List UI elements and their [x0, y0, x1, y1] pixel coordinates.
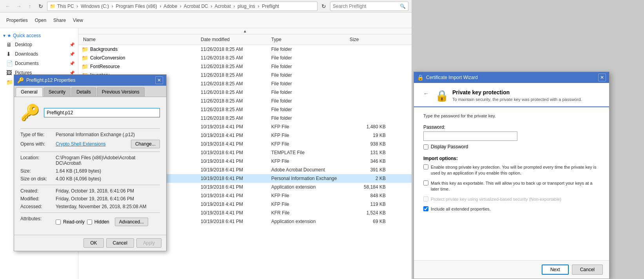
up-button[interactable]: ↑ — [25, 2, 34, 11]
address-part: 📁 — [50, 4, 56, 9]
file-name: FontResource — [90, 64, 120, 69]
import-option-3-text: Include all extended properties. — [431, 206, 600, 212]
file-modified: 10/19/2018 4:41 PM — [199, 132, 270, 139]
col-header-name[interactable]: Name — [82, 36, 199, 43]
filename-input[interactable] — [44, 108, 160, 117]
file-type: File folder — [270, 46, 348, 53]
col-header-type[interactable]: Type — [270, 36, 348, 43]
file-row[interactable]: 📁 ColorConversion 11/26/2018 8:25 AM Fil… — [78, 54, 412, 62]
next-button[interactable]: Next — [542, 265, 569, 275]
back-button[interactable]: ← — [3, 2, 13, 11]
file-row[interactable]: 📁 FontResource 11/26/2018 8:25 AM File f… — [78, 62, 412, 71]
cert-password-input[interactable] — [423, 131, 517, 141]
pictures-icon: 🖼 — [6, 70, 13, 76]
sidebar-item-label: Desktop — [15, 42, 32, 47]
hidden-checkbox[interactable] — [87, 220, 92, 225]
sidebar-item-label: Documents — [15, 61, 39, 66]
type-value: Personal Information Exchange (.p12) — [56, 132, 160, 137]
cert-footer: Next Cancel — [414, 260, 609, 279]
toolbar-share-button[interactable]: Share — [50, 16, 69, 25]
pin-icon: 📌 — [69, 61, 75, 66]
file-size — [348, 92, 387, 93]
hidden-label: Hidden — [94, 219, 109, 225]
advanced-button[interactable]: Advanced... — [115, 218, 148, 226]
file-modified: 11/26/2018 8:25 AM — [199, 80, 270, 87]
cert-header: ← 🔒 Private key protection To maintain s… — [414, 83, 609, 107]
import-option-1-checkbox[interactable] — [423, 180, 428, 185]
cert-back-button[interactable]: ← — [422, 89, 430, 98]
tab-previous-versions[interactable]: Previous Versions — [97, 87, 145, 97]
chevron-down-icon: ▾ — [3, 33, 5, 38]
col-header-size[interactable]: Size — [348, 36, 387, 43]
cert-close-button[interactable]: ✕ — [598, 74, 606, 81]
opens-with-app[interactable]: Crypto Shell Extensions — [56, 141, 128, 147]
file-row[interactable]: 📁 Backgrounds 11/26/2018 8:25 AM File fo… — [78, 45, 412, 54]
cert-header-text: Private key protection To maintain secur… — [452, 89, 582, 102]
attributes-label: Attributes: — [20, 216, 56, 221]
column-headers: Name Date modified Type Size — [78, 34, 412, 45]
file-size: 2 KB — [348, 175, 387, 182]
cert-header-icon: 🔒 — [435, 89, 448, 102]
tab-details[interactable]: Details — [71, 87, 96, 97]
sidebar-quick-access[interactable]: ▾ ★ Quick access — [0, 31, 78, 40]
cert-title-bar: 🔒 Certificate Import Wizard ✕ — [414, 72, 609, 83]
file-modified: 10/19/2018 6:41 PM — [199, 166, 270, 173]
toolbar-view-button[interactable]: View — [70, 16, 86, 25]
file-type: File folder — [270, 80, 348, 87]
properties-icon: 🔑 — [17, 77, 24, 83]
address-bar[interactable]: 📁 This PC › Windows (C:) › Program Files… — [47, 2, 317, 11]
forward-button[interactable]: → — [14, 2, 24, 11]
folder-icon: 📁 — [6, 79, 13, 85]
sidebar-item-downloads[interactable]: ⬇ Downloads 📌 — [0, 49, 78, 59]
desktop-icon: 🖥 — [6, 41, 13, 48]
file-modified: 10/19/2018 6:41 PM — [199, 149, 270, 156]
col-header-modified[interactable]: Date modified — [199, 36, 270, 43]
file-modified: 11/26/2018 8:25 AM — [199, 46, 270, 53]
readonly-checkbox[interactable] — [56, 220, 61, 225]
import-option-3-checkbox[interactable] — [423, 206, 428, 211]
cert-cancel-button[interactable]: Cancel — [572, 265, 603, 275]
properties-close-button[interactable]: ✕ — [155, 76, 163, 84]
properties-footer: OK Cancel Apply — [14, 235, 166, 251]
cancel-button[interactable]: Cancel — [106, 238, 134, 248]
file-size — [348, 74, 387, 76]
search-input[interactable] — [333, 4, 398, 9]
file-size: 938 KB — [348, 140, 387, 148]
ok-button[interactable]: OK — [83, 238, 103, 248]
properties-dialog: 🔑 Preflight.p12 Properties ✕ General Sec… — [14, 74, 167, 251]
file-type: TEMPLATE File — [270, 149, 348, 156]
change-button[interactable]: Change... — [131, 140, 160, 148]
quick-access-label: Quick access — [13, 33, 41, 38]
address-refresh-button[interactable]: ↻ — [319, 2, 328, 11]
import-option-2-checkbox[interactable] — [423, 196, 428, 202]
file-modified: 11/26/2018 8:25 AM — [199, 115, 270, 122]
divider-2 — [20, 151, 160, 152]
tab-general[interactable]: General — [16, 87, 43, 97]
file-type: KFP File — [270, 192, 348, 199]
file-modified: 10/19/2018 6:41 PM — [199, 184, 270, 191]
modified-value: Friday, October 19, 2018, 6:41:06 PM — [56, 196, 160, 202]
import-option-0-checkbox[interactable] — [423, 164, 428, 169]
file-type: Application extension — [270, 184, 348, 191]
modified-row: Modified: Friday, October 19, 2018, 6:41… — [20, 196, 160, 202]
toolbar-properties-button[interactable]: Properties — [3, 16, 31, 25]
file-modified: 10/19/2018 4:41 PM — [199, 158, 270, 165]
file-modified: 11/26/2018 8:25 AM — [199, 97, 270, 104]
file-type: File folder — [270, 72, 348, 79]
toolbar-open-button[interactable]: Open — [32, 16, 49, 25]
apply-button[interactable]: Apply — [136, 238, 161, 248]
refresh-button[interactable]: ↻ — [36, 2, 45, 11]
folder-icon: 📁 — [82, 55, 88, 61]
accessed-row: Accessed: Yesterday, November 26, 2018, … — [20, 204, 160, 209]
sidebar-item-documents[interactable]: 📄 Documents 📌 — [0, 59, 78, 68]
accessed-label: Accessed: — [20, 204, 56, 209]
file-size: 391 KB — [348, 166, 387, 173]
folder-icon: 📁 — [82, 46, 88, 52]
file-size — [348, 83, 387, 85]
location-value: C:\Program Files (x86)\Adobe\Acrobat DC\… — [56, 155, 160, 166]
display-password-checkbox[interactable] — [423, 144, 428, 149]
sidebar-item-desktop[interactable]: 🖥 Desktop 📌 — [0, 40, 78, 49]
file-type: KFR File — [270, 209, 348, 216]
tab-security[interactable]: Security — [44, 87, 71, 97]
sidebar-item-label: Downloads — [15, 51, 38, 57]
